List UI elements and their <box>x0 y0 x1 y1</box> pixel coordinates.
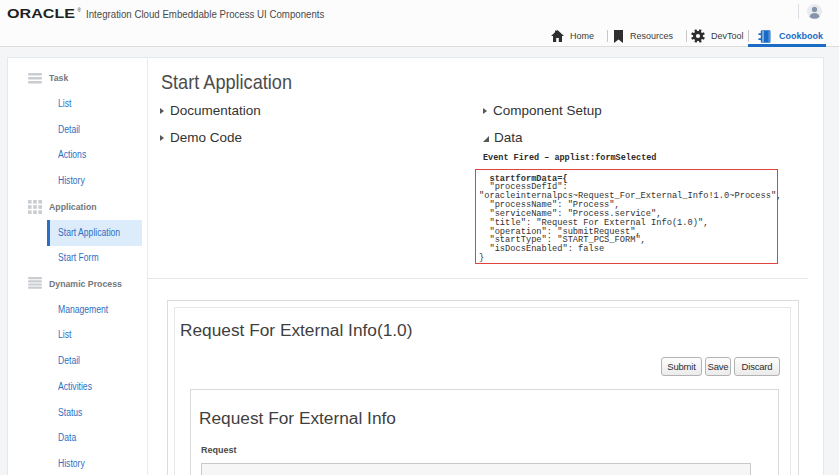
svg-text:ORACLE: ORACLE <box>7 7 75 21</box>
svg-text:®: ® <box>78 7 82 13</box>
